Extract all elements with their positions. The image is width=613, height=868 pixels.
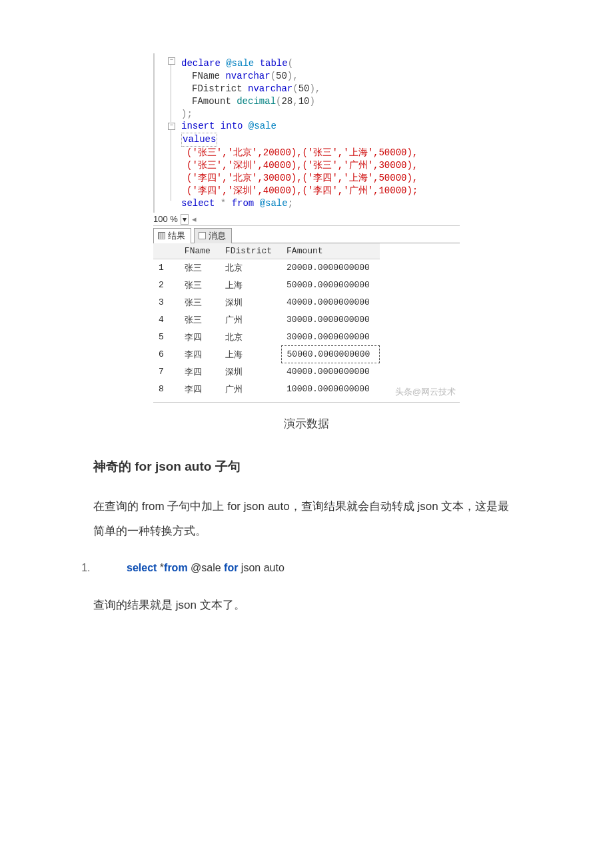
- tab-messages[interactable]: 消息: [194, 228, 232, 243]
- results-grid[interactable]: FName FDistrict FAmount 1 张三 北京 20000.00…: [153, 243, 380, 398]
- fold-line: [171, 130, 171, 201]
- zoom-value: 100 %: [153, 214, 178, 224]
- code-line: ('李四','深圳',40000),('李四','广州',10000);: [181, 185, 460, 197]
- article-body: 神奇的 for json auto 子句 在查询的 from 子句中加上 for…: [0, 458, 613, 544]
- code-line: declare @sale table(: [181, 57, 460, 70]
- section-heading: 神奇的 for json auto 子句: [93, 458, 520, 475]
- inline-code-list: select *from @sale for json auto: [0, 562, 613, 574]
- code-line: values: [181, 133, 460, 147]
- col-fdistrict[interactable]: FDistrict: [220, 243, 281, 259]
- grid-header-row: FName FDistrict FAmount: [153, 243, 380, 259]
- table-row[interactable]: 6 李四 上海 50000.0000000000: [153, 346, 380, 363]
- fold-icon[interactable]: −: [168, 57, 175, 65]
- grid-icon: [158, 232, 165, 239]
- code-line: insert into @sale: [181, 120, 460, 133]
- fold-line: [171, 65, 171, 122]
- fold-icon[interactable]: −: [168, 123, 175, 130]
- paragraph: 在查询的 from 子句中加上 for json auto，查询结果就会自动转成…: [93, 494, 520, 544]
- figure-caption: 演示数据: [0, 416, 613, 431]
- paragraph: 查询的结果就是 json 文本了。: [93, 593, 520, 617]
- code-line: );: [181, 108, 460, 121]
- ssms-screenshot: − − declare @sale table( FName nvarchar(…: [153, 53, 460, 403]
- sql-editor[interactable]: − − declare @sale table( FName nvarchar(…: [153, 53, 460, 213]
- tab-results[interactable]: 结果: [153, 228, 191, 243]
- col-fname[interactable]: FName: [179, 243, 220, 259]
- code-line: FName nvarchar(50),: [181, 70, 460, 83]
- table-row[interactable]: 2 张三 上海 50000.0000000000: [153, 277, 380, 294]
- code-line: FDistrict nvarchar(50),: [181, 83, 460, 95]
- results-tabs: 结果 消息: [153, 226, 460, 243]
- zoom-bar: 100 % ▾ ◂: [153, 213, 460, 226]
- table-row[interactable]: 5 李四 北京 30000.0000000000: [153, 329, 380, 346]
- scroll-left-icon[interactable]: ◂: [192, 214, 197, 224]
- code-line: FAmount decimal(28,10): [181, 95, 460, 108]
- table-row[interactable]: 3 张三 深圳 40000.0000000000: [153, 294, 380, 311]
- zoom-dropdown-icon[interactable]: ▾: [181, 214, 189, 225]
- row-header-blank: [153, 243, 179, 259]
- code-line: ('李四','北京',30000),('李四','上海',50000),: [181, 172, 460, 185]
- code-line: ('张三','深圳',40000),('张三','广州',30000),: [181, 159, 460, 172]
- code-line: ('张三','北京',20000),('张三','上海',50000),: [181, 147, 460, 159]
- table-row[interactable]: 1 张三 北京 20000.0000000000: [153, 259, 380, 277]
- code-line: select * from @sale;: [181, 197, 460, 210]
- table-row[interactable]: 4 张三 广州 30000.0000000000: [153, 311, 380, 329]
- watermark: 头条@网云技术: [395, 386, 456, 398]
- messages-icon: [199, 232, 206, 239]
- table-row[interactable]: 8 李四 广州 10000.0000000000: [153, 381, 380, 398]
- col-famount[interactable]: FAmount: [281, 243, 380, 259]
- code-line: select *from @sale for json auto: [93, 562, 613, 574]
- table-row[interactable]: 7 李四 深圳 40000.0000000000: [153, 363, 380, 381]
- editor-gutter: − −: [155, 53, 179, 213]
